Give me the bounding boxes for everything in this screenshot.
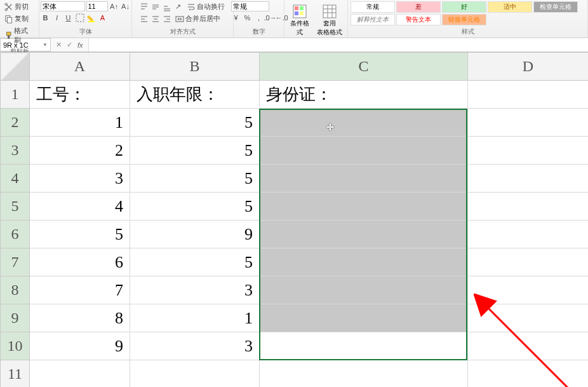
cell-A9[interactable]: 8 (30, 304, 130, 332)
cell-B3[interactable]: 5 (130, 137, 260, 165)
cell-D5[interactable] (468, 193, 589, 221)
cell-C11[interactable] (260, 360, 468, 388)
currency-icon[interactable]: ¥ (231, 13, 241, 23)
cell-A11[interactable] (30, 360, 130, 388)
confirm-formula-icon[interactable]: ✓ (67, 41, 72, 49)
merge-center-button[interactable]: 合并后居中 (173, 13, 222, 24)
cell-A6[interactable]: 5 (30, 221, 130, 248)
row-header-3[interactable]: 3 (1, 137, 30, 165)
col-header-B[interactable]: B (130, 53, 260, 81)
cell-C8[interactable] (260, 276, 468, 304)
row-header-2[interactable]: 2 (1, 109, 30, 137)
style-normal[interactable]: 常规 (351, 1, 395, 13)
cell-C5[interactable] (260, 193, 468, 221)
row-header-7[interactable]: 7 (1, 248, 30, 276)
cell-C3[interactable] (260, 137, 468, 165)
align-bottom-icon[interactable] (162, 2, 172, 12)
fill-color-button[interactable] (86, 13, 97, 23)
cell-C2[interactable] (260, 109, 468, 137)
cell-B11[interactable] (130, 360, 260, 388)
style-good[interactable]: 好 (442, 1, 486, 13)
cell-A3[interactable]: 2 (30, 137, 130, 165)
font-size-select[interactable] (86, 1, 108, 11)
cell-D11[interactable] (468, 360, 589, 388)
align-left-icon[interactable] (139, 14, 149, 24)
cell-B7[interactable]: 5 (130, 248, 260, 276)
row-header-1[interactable]: 1 (1, 81, 30, 109)
style-neutral[interactable]: 适中 (488, 1, 532, 13)
cell-D1[interactable] (468, 81, 589, 109)
cell-B9[interactable]: 1 (130, 304, 260, 332)
col-header-D[interactable]: D (468, 53, 589, 81)
font-color-button[interactable]: A (98, 13, 108, 23)
number-format-select[interactable] (231, 1, 269, 11)
cell-D6[interactable] (468, 221, 589, 248)
cell-A5[interactable]: 4 (30, 193, 130, 221)
style-check-cell[interactable]: 检查单元格 (533, 1, 578, 13)
cell-D7[interactable] (468, 248, 589, 276)
fx-icon[interactable]: fx (77, 41, 83, 49)
row-header-6[interactable]: 6 (1, 221, 30, 248)
cell-A2[interactable]: 1 (30, 109, 130, 137)
cell-D3[interactable] (468, 137, 589, 165)
cell-C10[interactable] (260, 332, 468, 360)
increase-decimal-icon[interactable]: .0→ (265, 13, 276, 23)
chevron-down-icon[interactable]: ▼ (43, 42, 48, 48)
bold-button[interactable]: B (41, 13, 51, 23)
style-explanatory[interactable]: 解释性文本 (351, 14, 395, 25)
cell-A1[interactable]: 工号： (30, 81, 130, 109)
border-button[interactable] (75, 13, 85, 23)
wrap-text-button[interactable]: 自动换行 (185, 1, 227, 12)
cell-B2[interactable]: 5 (130, 109, 260, 137)
cell-B4[interactable]: 5 (130, 165, 260, 193)
row-header-11[interactable]: 11 (1, 360, 30, 388)
cell-C9[interactable] (260, 304, 468, 332)
underline-button[interactable]: U (63, 13, 74, 23)
decrease-font-icon[interactable]: A↓ (121, 1, 131, 11)
row-header-5[interactable]: 5 (1, 193, 30, 221)
align-right-icon[interactable] (162, 14, 172, 24)
row-header-9[interactable]: 9 (1, 304, 30, 332)
cell-C7[interactable] (260, 248, 468, 276)
style-bad[interactable]: 差 (396, 1, 441, 13)
spreadsheet-grid[interactable]: A B C D 1 工号： 入职年限： 身份证： 2 1 5 3 2 5 4 (0, 52, 588, 387)
cell-D2[interactable] (468, 109, 589, 137)
percent-icon[interactable]: % (243, 13, 253, 23)
cell-A10[interactable]: 9 (30, 332, 130, 360)
style-gallery[interactable]: 常规 差 好 适中 检查单元格 解释性文本 警告文本 链接单元格 (351, 1, 585, 25)
increase-font-icon[interactable]: A↑ (109, 1, 119, 11)
italic-button[interactable]: I (52, 13, 62, 23)
row-header-8[interactable]: 8 (1, 276, 30, 304)
cell-A4[interactable]: 3 (30, 165, 130, 193)
cell-A7[interactable]: 6 (30, 248, 130, 276)
row-header-4[interactable]: 4 (1, 165, 30, 193)
format-painter-button[interactable]: 格式刷 (3, 25, 36, 46)
formula-input[interactable] (88, 38, 588, 51)
conditional-format-button[interactable]: 条件格式 (287, 1, 312, 39)
cell-B8[interactable]: 3 (130, 276, 260, 304)
cell-B10[interactable]: 3 (130, 332, 260, 360)
cell-B5[interactable]: 5 (130, 193, 260, 221)
comma-icon[interactable]: , (254, 13, 264, 23)
cell-B1[interactable]: 入职年限： (130, 81, 260, 109)
cell-D10[interactable] (468, 332, 589, 360)
cut-button[interactable]: 剪切 (3, 1, 36, 12)
cancel-formula-icon[interactable]: ✕ (56, 41, 62, 49)
cell-C1[interactable]: 身份证： (260, 81, 468, 109)
col-header-C[interactable]: C (260, 53, 468, 81)
cell-C6[interactable] (260, 221, 468, 248)
cell-D4[interactable] (468, 165, 589, 193)
cell-A8[interactable]: 7 (30, 276, 130, 304)
cell-B6[interactable]: 9 (130, 221, 260, 248)
cell-D8[interactable] (468, 276, 589, 304)
style-linked-cell[interactable]: 链接单元格 (442, 14, 486, 25)
table-format-button[interactable]: 套用 表格格式 (314, 1, 345, 39)
cell-C4[interactable] (260, 165, 468, 193)
align-middle-icon[interactable] (150, 2, 161, 12)
style-warning[interactable]: 警告文本 (396, 14, 441, 25)
cell-D9[interactable] (468, 304, 589, 332)
font-name-select[interactable] (41, 1, 85, 11)
align-top-icon[interactable] (139, 2, 149, 12)
align-center-icon[interactable] (150, 14, 161, 24)
orientation-icon[interactable]: ↗ (173, 2, 184, 12)
